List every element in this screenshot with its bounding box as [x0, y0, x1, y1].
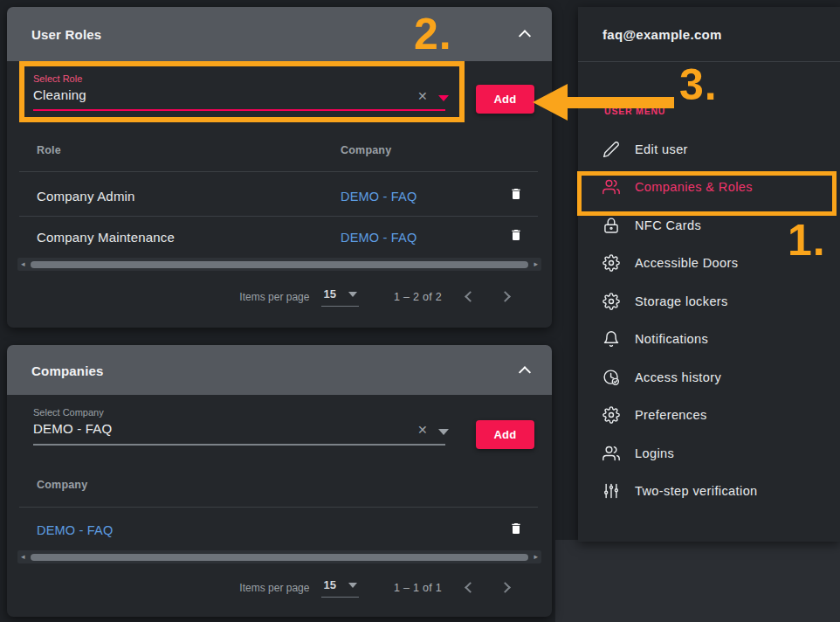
next-page-button[interactable]: [496, 577, 519, 599]
page-size-value: 15: [323, 287, 335, 301]
history-clock-icon: [602, 369, 620, 386]
bell-icon: [602, 330, 620, 348]
previous-page-button[interactable]: [458, 577, 480, 599]
roles-paginator: Items per page 15 1 – 2 of 2: [239, 284, 519, 310]
user-menu-sidebar: faq@example.com USER MENU Edit user Comp…: [578, 7, 840, 542]
page-size-select[interactable]: 15: [321, 578, 358, 598]
sidebar-item-edit-user[interactable]: Edit user: [578, 130, 840, 169]
table-row-role: Company Maintenance: [37, 230, 175, 245]
sidebar-item-label: Notifications: [635, 332, 708, 346]
horizontal-scrollbar[interactable]: ◂ ▸: [17, 550, 541, 563]
trash-icon: [509, 186, 523, 202]
user-roles-header[interactable]: User Roles: [7, 7, 552, 61]
sidebar-item-label: Access history: [635, 370, 721, 384]
sidebar-item-label: Edit user: [635, 142, 688, 156]
delete-role-button[interactable]: [505, 225, 527, 246]
gear-icon: [602, 254, 620, 272]
sidebar-item-label: NFC Cards: [635, 218, 701, 232]
chevron-right-icon: [499, 291, 511, 302]
delete-role-button[interactable]: [505, 184, 527, 205]
select-role-underline: [33, 109, 445, 111]
sidebar-item-preferences[interactable]: Preferences: [578, 397, 840, 435]
dropdown-caret-icon[interactable]: [438, 429, 449, 435]
user-menu-section-label: USER MENU: [604, 106, 665, 116]
companies-paginator: Items per page 15 1 – 1 of 1: [239, 575, 519, 601]
clear-icon[interactable]: ✕: [417, 90, 428, 102]
chevron-up-icon: [519, 30, 531, 42]
horizontal-scrollbar[interactable]: ◂ ▸: [17, 258, 541, 271]
account-email: faq@example.com: [602, 27, 722, 42]
sidebar-item-label: Preferences: [635, 408, 707, 422]
scroll-left-icon[interactable]: ◂: [21, 259, 25, 270]
sidebar-item-label: Storage lockers: [635, 294, 728, 308]
add-role-button[interactable]: Add: [476, 85, 534, 114]
page-size-select[interactable]: 15: [321, 287, 358, 307]
items-per-page-label: Items per page: [239, 582, 309, 594]
companies-header[interactable]: Companies: [7, 345, 552, 395]
user-menu: Edit user Companies & Roles NFC Cards Ac…: [578, 130, 840, 510]
sidebar-item-logins[interactable]: Logins: [578, 434, 840, 473]
row-divider: [19, 216, 538, 217]
trash-icon: [509, 227, 523, 243]
clear-icon[interactable]: ✕: [417, 424, 428, 436]
sidebar-item-label: Two-step verification: [635, 484, 758, 498]
sidebar-item-label: Logins: [635, 446, 674, 460]
select-company-combobox[interactable]: DEMO - FAQ: [33, 421, 112, 436]
sidebar-item-notifications[interactable]: Notifications: [578, 321, 840, 359]
select-role-label: Select Role: [33, 73, 82, 84]
select-company-label: Select Company: [33, 407, 104, 418]
gear-icon: [602, 406, 620, 424]
page-background: [555, 540, 840, 622]
chevron-left-icon: [465, 291, 476, 302]
company-link[interactable]: DEMO - FAQ: [341, 231, 417, 245]
delete-company-button[interactable]: [505, 519, 527, 540]
row-divider: [19, 507, 538, 508]
scroll-left-icon[interactable]: ◂: [21, 551, 25, 563]
lock-icon: [602, 217, 620, 234]
row-divider: [19, 171, 538, 172]
user-roles-title: User Roles: [31, 27, 101, 42]
sidebar-item-two-step-verification[interactable]: Two-step verification: [578, 473, 840, 511]
chevron-up-icon: [519, 366, 531, 378]
items-per-page-label: Items per page: [239, 291, 309, 303]
scroll-right-icon[interactable]: ▸: [534, 551, 538, 563]
trash-icon: [509, 521, 523, 536]
company-link[interactable]: DEMO - FAQ: [37, 523, 113, 537]
previous-page-button[interactable]: [458, 286, 480, 308]
sidebar-item-nfc-cards[interactable]: NFC Cards: [578, 206, 840, 245]
user-roles-panel: User Roles Select Role Cleaning ✕ Add Ro…: [7, 7, 552, 328]
sidebar-divider: [578, 61, 840, 62]
dropdown-caret-icon: [348, 583, 357, 588]
sidebar-item-label: Accessible Doors: [635, 256, 738, 270]
dropdown-caret-icon[interactable]: [438, 95, 449, 101]
select-company-underline: [33, 444, 445, 446]
table-row-role: Company Admin: [37, 189, 135, 204]
people-icon: [602, 445, 620, 462]
scroll-right-icon[interactable]: ▸: [534, 259, 538, 270]
add-company-button[interactable]: Add: [476, 420, 534, 449]
scrollbar-thumb[interactable]: [31, 554, 528, 561]
page-range-label: 1 – 1 of 1: [394, 582, 442, 594]
select-role-combobox[interactable]: Cleaning: [33, 87, 86, 102]
sliders-icon: [602, 482, 620, 500]
sidebar-item-label: Companies & Roles: [635, 180, 753, 194]
companies-panel: Companies Select Company DEMO - FAQ ✕ Ad…: [7, 345, 552, 617]
company-link[interactable]: DEMO - FAQ: [341, 190, 417, 204]
column-header-company: Company: [341, 144, 391, 156]
chevron-left-icon: [465, 582, 476, 593]
page-range-label: 1 – 2 of 2: [394, 291, 442, 303]
companies-roles-page: User Roles Select Role Cleaning ✕ Add Ro…: [0, 0, 840, 622]
column-header-role: Role: [37, 144, 61, 156]
scrollbar-thumb[interactable]: [31, 261, 528, 268]
sidebar-item-companies-roles[interactable]: Companies & Roles: [578, 169, 840, 207]
sidebar-item-accessible-doors[interactable]: Accessible Doors: [578, 245, 840, 283]
next-page-button[interactable]: [496, 286, 519, 308]
pencil-icon: [602, 141, 620, 158]
sidebar-item-storage-lockers[interactable]: Storage lockers: [578, 282, 840, 321]
chevron-right-icon: [499, 582, 511, 593]
dropdown-caret-icon: [348, 292, 357, 297]
page-size-value: 15: [323, 578, 335, 591]
sidebar-item-access-history[interactable]: Access history: [578, 358, 840, 397]
gear-icon: [602, 293, 620, 310]
companies-title: Companies: [31, 363, 104, 377]
